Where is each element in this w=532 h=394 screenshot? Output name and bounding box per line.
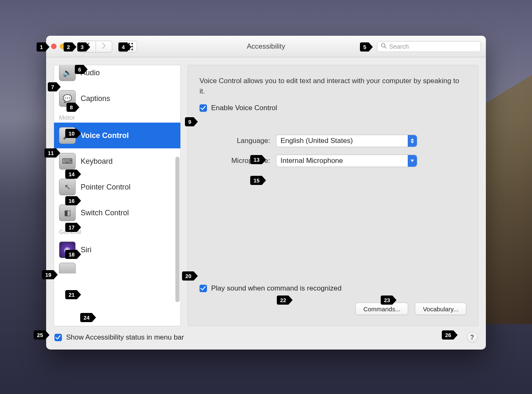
annotation-tag: 23 [381,296,392,305]
sidebar-item-label: Voice Control [81,131,129,140]
annotation-tag: 5 [360,42,369,52]
enable-voice-control-checkbox[interactable] [200,104,207,112]
annotation-tag: 20 [182,271,194,281]
updown-icon [408,135,417,147]
language-row: Language: English (United States) [200,135,466,147]
annotation-tag: 4 [118,42,127,52]
sidebar-item-label: Switch Control [81,209,129,217]
search-icon [381,43,387,50]
detail-pane: Voice Control allows you to edit text an… [187,65,478,326]
shortcut-icon [59,263,76,273]
question-icon: ? [470,334,474,341]
annotation-tag: 6 [75,65,84,74]
vocabulary-button[interactable]: Vocabulary... [415,303,466,315]
enable-voice-control-label: Enable Voice Control [211,104,277,112]
show-status-label: Show Accessibility status in menu bar [66,333,184,342]
help-button[interactable]: ? [467,332,478,343]
annotation-tag: 16 [65,196,77,205]
enable-voice-control-row: Enable Voice Control [200,104,466,112]
voice-control-form: Language: English (United States) Microp… [200,135,466,175]
play-sound-label: Play sound when command is recognized [211,284,342,293]
window-close-button[interactable] [51,44,57,49]
titlebar: Accessibility [46,36,486,57]
sidebar-item-audio[interactable]: 🔈 Audio [54,65,180,86]
annotation-tag: 3 [77,42,86,52]
annotation-tag: 1 [37,42,45,52]
annotation-tag: 17 [65,223,77,232]
search-input[interactable] [389,43,477,50]
annotation-tag: 21 [65,290,77,299]
pointer-icon: ↖ [59,179,76,195]
annotation-tag: 15 [250,176,262,185]
svg-line-1 [384,47,386,48]
speaker-icon: 🔈 [59,65,76,81]
annotation-tag: 14 [65,170,77,179]
sidebar-scrollbar-thumb[interactable] [175,157,180,302]
annotation-tag: 11 [44,148,56,158]
vocabulary-button-label: Vocabulary... [423,305,458,313]
microphone-value: Internal Microphone [281,157,343,165]
language-select[interactable]: English (United States) [276,135,417,147]
prefs-window: Accessibility Hearing 🔈 Audio 💬 [46,36,486,350]
show-status-checkbox[interactable] [54,334,62,341]
annotation-tag: 13 [250,155,262,164]
toolbar-search[interactable] [377,41,481,52]
annotation-tag: 8 [66,103,75,112]
window-body: Hearing 🔈 Audio 💬 Captions Motor 🎤 Voice… [46,57,486,326]
annotation-tag: 19 [42,270,54,279]
sidebar-item-partial-bottom[interactable] [54,263,180,273]
window-footer: Show Accessibility status in menu bar ? [46,326,486,350]
annotation-tag: 26 [442,330,453,340]
sidebar-item-label: Keyboard [81,157,113,166]
microphone-select[interactable]: Internal Microphone [276,155,417,167]
annotation-tag: 7 [48,82,57,91]
play-sound-row: Play sound when command is recognized [200,284,466,293]
annotation-tag: 18 [65,250,77,259]
sidebar-item-label: Siri [81,246,91,254]
annotation-tag: 25 [34,330,45,340]
commands-button-label: Commands... [363,305,400,313]
annotation-tag: 2 [64,42,72,52]
annotation-tag: 24 [80,313,92,322]
voice-control-description: Voice Control allows you to edit text an… [200,76,466,96]
action-buttons: Commands... Vocabulary... [200,303,466,315]
annotation-tag: 22 [277,296,288,305]
switch-icon: ◧ [59,204,76,221]
play-sound-checkbox[interactable] [200,285,207,292]
annotation-tag: 9 [185,117,194,126]
annotation-tag: 10 [65,129,77,138]
sidebar-item-label: Pointer Control [81,183,131,192]
microphone-row: Microphone: Internal Microphone [200,155,466,167]
keyboard-icon: ⌨ [59,153,76,170]
sidebar-item-label: Captions [81,94,110,103]
language-value: English (United States) [281,137,353,145]
language-label: Language: [200,137,270,145]
chevron-down-icon [408,155,417,167]
forward-button[interactable] [96,41,112,52]
chevron-right-icon [102,43,106,50]
sidebar-section-motor: Motor [54,111,180,123]
